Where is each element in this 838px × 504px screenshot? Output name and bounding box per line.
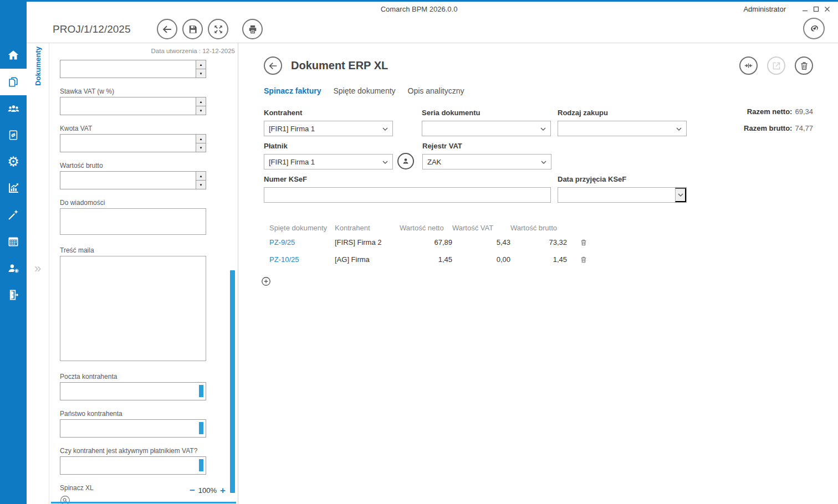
poczta-lookup-button[interactable] (199, 385, 203, 397)
numeric-spinner: ▲ ▼ (196, 97, 206, 115)
user-gear-icon (7, 261, 21, 275)
field-label-aktywny-platnik-vat: Czy kontrahent jest aktywnym płatnikiem … (60, 448, 238, 455)
spin-down-icon[interactable]: ▼ (196, 143, 206, 152)
rejestr-vat-value: ZAK (427, 158, 441, 166)
date-dropdown-button[interactable] (675, 188, 686, 202)
total-netto-value: 69,34 (795, 107, 813, 116)
plus-circle-icon (260, 276, 272, 287)
platnik-value: [FIR1] Firma 1 (269, 158, 315, 166)
sidebar-item-wizard[interactable] (0, 202, 27, 228)
spin-up-icon[interactable]: ▲ (196, 60, 206, 69)
sidebar-item-home[interactable] (0, 42, 27, 69)
spin-down-icon[interactable]: ▼ (196, 181, 206, 189)
rodzaj-zakupu-select[interactable] (558, 121, 687, 136)
exit-door-icon (7, 289, 20, 301)
row-vat: 5,43 (452, 238, 510, 246)
linked-documents-table: Spięte dokumenty Kontrahent Wartość nett… (269, 222, 609, 268)
rodzaj-zakupu-label: Rodzaj zakupu (558, 109, 687, 117)
add-document-button[interactable] (260, 276, 272, 287)
horizontal-scrollbar[interactable] (51, 502, 236, 503)
tab-spiete-dokumenty[interactable]: Spięte dokumenty (333, 86, 395, 95)
spin-up-icon[interactable]: ▲ (196, 97, 206, 106)
do-wiadomosci-textarea[interactable] (60, 208, 206, 235)
row-brutto: 1,45 (510, 255, 567, 264)
linked-doc-link[interactable]: PZ-10/25 (269, 255, 335, 264)
panstwo-lookup-button[interactable] (199, 422, 203, 434)
total-brutto: Razem brutto:74,77 (744, 124, 813, 132)
data-przyjecia-ksef-field: Data przyjęcia KSeF (558, 175, 687, 203)
print-button[interactable] (242, 19, 263, 39)
aktywny-platnik-vat-input[interactable] (60, 456, 206, 475)
close-button[interactable] (821, 3, 832, 16)
zoom-in-button[interactable]: + (217, 486, 229, 495)
zoom-control: − 100% + (186, 486, 229, 495)
panel-rail: Dokumenty » (27, 43, 49, 504)
delete-row-button[interactable] (580, 239, 587, 246)
tresc-maila-textarea[interactable] (60, 256, 206, 361)
expand-panel-button[interactable]: » (27, 263, 49, 275)
wartosc-brutto-input[interactable] (60, 172, 196, 189)
sidebar-item-settings[interactable]: ⚙ (0, 148, 27, 175)
comarch-logo-button[interactable] (803, 18, 825, 39)
document-number: PROJ/1/12/2025 (53, 23, 130, 35)
vertical-scrollbar[interactable] (230, 270, 235, 493)
linked-doc-link[interactable]: PZ-9/25 (269, 238, 335, 246)
collapse-button[interactable] (739, 56, 758, 75)
seria-dokumentu-select[interactable] (422, 121, 551, 136)
print-icon (247, 24, 258, 35)
numeric-input-unlabeled[interactable] (60, 60, 196, 78)
spin-up-icon[interactable]: ▲ (196, 135, 206, 143)
platnik-select[interactable]: [FIR1] Firma 1 (264, 154, 393, 169)
panstwo-kontrahenta-input[interactable] (60, 419, 206, 438)
sidebar-item-logout[interactable] (0, 281, 27, 308)
app-title: Comarch BPM 2026.0.0 (381, 5, 458, 13)
chevron-down-icon (676, 127, 682, 131)
data-przyjecia-ksef-input[interactable] (558, 188, 675, 202)
aktywny-platnik-lookup-button[interactable] (199, 459, 203, 471)
zoom-out-button[interactable]: − (186, 486, 198, 495)
rejestr-vat-field: Rejestr VAT ZAK (422, 142, 551, 169)
tab-opis-analityczny[interactable]: Opis analityczny (408, 86, 464, 95)
fullscreen-button[interactable] (208, 19, 228, 39)
main-title: Dokument ERP XL (291, 59, 388, 72)
collapse-arrows-icon (743, 60, 754, 71)
spin-down-icon[interactable]: ▼ (196, 106, 206, 115)
kontrahent-select[interactable]: [FIR1] Firma 1 (264, 121, 393, 136)
numer-ksef-label: Numer KSeF (264, 175, 551, 183)
open-external-button[interactable] (767, 56, 785, 75)
main-back-button[interactable] (264, 56, 282, 75)
sidebar-item-processes[interactable] (0, 122, 27, 148)
sidebar-item-calendar[interactable] (0, 228, 27, 255)
save-button[interactable] (182, 19, 203, 39)
platnik-person-button[interactable] (397, 153, 414, 169)
sidebar-item-user-admin[interactable] (0, 255, 27, 281)
numeric-spinner: ▲ ▼ (196, 60, 206, 78)
document-sync-icon (7, 129, 19, 141)
back-button[interactable] (157, 19, 177, 39)
chevrons-right-icon: » (34, 261, 41, 275)
poczta-kontrahenta-input[interactable] (60, 382, 206, 400)
rail-module-label: Dokumenty (34, 47, 42, 86)
spin-up-icon[interactable]: ▲ (196, 172, 206, 181)
spin-down-icon[interactable]: ▼ (196, 69, 206, 78)
row-kontrahent: [AG] Firma (335, 255, 400, 264)
trash-icon (580, 239, 587, 246)
rejestr-vat-select[interactable]: ZAK (422, 154, 551, 169)
row-kontrahent: [FIRS] Firma 2 (335, 238, 400, 246)
maximize-button[interactable] (810, 3, 821, 16)
tab-bar: Spinacz faktury Spięte dokumenty Opis an… (264, 86, 838, 95)
delete-row-button[interactable] (580, 256, 587, 264)
sidebar-item-dokumenty[interactable] (0, 69, 27, 95)
sidebar-item-reports[interactable] (0, 175, 27, 202)
minimize-button[interactable] (799, 3, 810, 16)
delete-document-button[interactable] (795, 56, 813, 75)
person-icon (401, 156, 411, 166)
numer-ksef-input[interactable] (264, 187, 551, 203)
aktywny-platnik-vat-field (60, 456, 206, 475)
kwota-vat-input[interactable] (60, 135, 196, 152)
row-netto: 1,45 (400, 255, 452, 264)
magic-wand-icon (7, 208, 20, 222)
sidebar-item-users[interactable] (0, 95, 27, 122)
tab-spinacz-faktury[interactable]: Spinacz faktury (264, 86, 321, 95)
stawka-vat-input[interactable] (60, 97, 196, 115)
